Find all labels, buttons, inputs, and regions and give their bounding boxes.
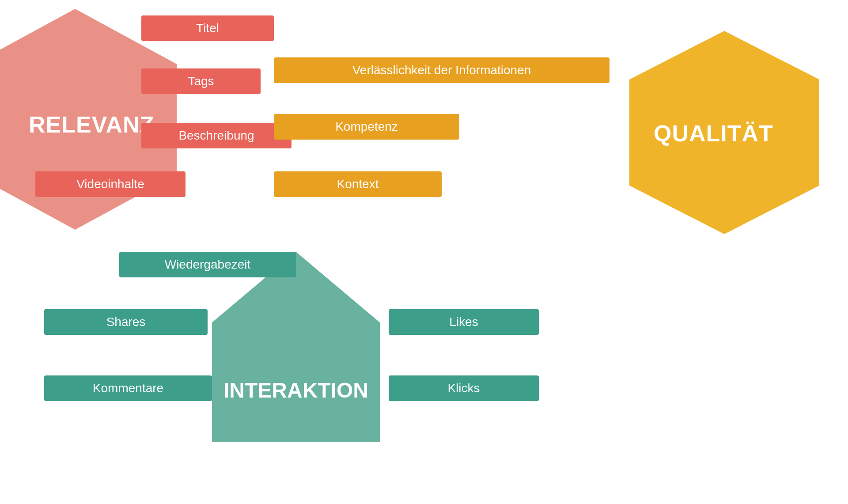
main-diagram: RELEVANZ QUALITÄT INTERAKTION Titel Tags… bbox=[0, 0, 848, 504]
bar-kommentare: Kommentare bbox=[44, 375, 212, 401]
bar-kompetenz: Kompetenz bbox=[274, 114, 459, 140]
bar-tags: Tags bbox=[141, 68, 261, 94]
bar-verlaesslichkeit: Verlässlichkeit der Informationen bbox=[274, 57, 610, 83]
bar-likes: Likes bbox=[389, 309, 539, 335]
svg-marker-2 bbox=[212, 252, 380, 442]
qualitaet-hexagon: QUALITÄT bbox=[623, 27, 826, 239]
bar-klicks: Klicks bbox=[389, 375, 539, 401]
qualitaet-label: QUALITÄT bbox=[654, 121, 773, 146]
bar-titel: Titel bbox=[141, 15, 274, 41]
bar-videoinhalte: Videoinhalte bbox=[35, 171, 186, 197]
relevanz-label: RELEVANZ bbox=[29, 112, 154, 137]
bar-wiedergabezeit: Wiedergabezeit bbox=[119, 252, 296, 277]
bar-kontext: Kontext bbox=[274, 171, 442, 197]
bar-beschreibung: Beschreibung bbox=[141, 123, 292, 148]
bar-shares: Shares bbox=[44, 309, 208, 335]
interaktion-label: INTERAKTION bbox=[223, 379, 368, 402]
